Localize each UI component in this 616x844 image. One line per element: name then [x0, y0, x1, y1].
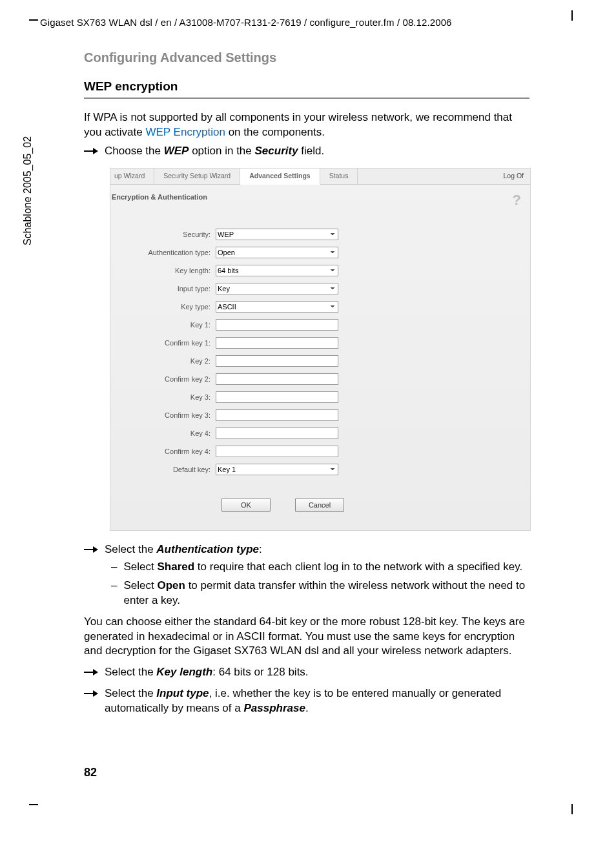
confirm-key3-input[interactable]: [216, 409, 338, 421]
page-number: 82: [84, 766, 97, 779]
router-screenshot: up Wizard Security Setup Wizard Advanced…: [110, 168, 531, 531]
wep-encryption-link[interactable]: WEP Encryption: [145, 126, 225, 138]
help-icon[interactable]: ?: [513, 192, 521, 209]
confirm-key2-input[interactable]: [216, 373, 338, 385]
arrow-icon: [84, 689, 98, 698]
label-key-type: Key type:: [110, 303, 216, 311]
key-length-select[interactable]: 64 bits: [216, 265, 338, 276]
label-confirm-key4: Confirm key 4:: [110, 448, 216, 455]
tab-setup-wizard[interactable]: up Wizard: [110, 169, 154, 184]
paragraph: You can choose either the standard 64-bi…: [84, 615, 529, 659]
step-text: Choose the WEP option in the Security fi…: [105, 144, 324, 159]
auth-type-select[interactable]: Open: [216, 247, 338, 258]
security-select[interactable]: WEP: [216, 229, 338, 240]
label-default-key: Default key:: [110, 466, 216, 473]
header-path: Gigaset SX763 WLAN dsl / en / A31008-M70…: [40, 17, 452, 28]
label-auth-type: Authentication type:: [110, 249, 216, 256]
label-security: Security:: [110, 231, 216, 238]
key1-input[interactable]: [216, 319, 338, 331]
label-confirm-key3: Confirm key 3:: [110, 411, 216, 419]
step-text: Select the Input type, i.e. whether the …: [105, 686, 529, 716]
section-rule: [84, 98, 529, 99]
text: on the components.: [229, 126, 325, 138]
confirm-key4-input[interactable]: [216, 446, 338, 457]
cancel-button[interactable]: Cancel: [295, 498, 344, 512]
arrow-icon: [84, 147, 98, 156]
list-item: – Select Shared to require that each cli…: [111, 560, 529, 575]
arrow-icon: [84, 668, 98, 677]
label-key2: Key 2:: [110, 357, 216, 365]
default-key-select[interactable]: Key 1: [216, 464, 338, 475]
tab-status[interactable]: Status: [320, 169, 358, 184]
breadcrumb: Configuring Advanced Settings: [84, 50, 529, 65]
confirm-key1-input[interactable]: [216, 337, 338, 349]
label-confirm-key1: Confirm key 1:: [110, 339, 216, 347]
list-item: – Select Open to permit data transfer wi…: [111, 579, 529, 608]
label-key3: Key 3:: [110, 393, 216, 401]
key-type-select[interactable]: ASCII: [216, 301, 338, 313]
input-type-select[interactable]: Key: [216, 283, 338, 294]
label-key4: Key 4:: [110, 429, 216, 437]
key3-input[interactable]: [216, 391, 338, 403]
tab-security-setup-wizard[interactable]: Security Setup Wizard: [154, 169, 240, 184]
label-input-type: Input type:: [110, 285, 216, 293]
arrow-icon: [84, 545, 98, 554]
logoff-link[interactable]: Log Of: [497, 169, 530, 184]
intro-paragraph: If WPA is not supported by all component…: [84, 110, 529, 140]
step-text: Select the Authentication type:: [105, 542, 262, 557]
section-title: WEP encryption: [84, 79, 529, 94]
template-stamp: Schablone 2005_05_02: [22, 136, 34, 245]
tab-advanced-settings[interactable]: Advanced Settings: [240, 169, 320, 185]
step-text: Select the Key length: 64 bits or 128 bi…: [105, 665, 309, 680]
label-key-length: Key length:: [110, 267, 216, 274]
panel-title: Encryption & Authentication: [110, 193, 207, 202]
label-confirm-key2: Confirm key 2:: [110, 375, 216, 383]
ok-button[interactable]: OK: [221, 498, 271, 512]
key4-input[interactable]: [216, 427, 338, 439]
label-key1: Key 1:: [110, 321, 216, 329]
key2-input[interactable]: [216, 355, 338, 367]
